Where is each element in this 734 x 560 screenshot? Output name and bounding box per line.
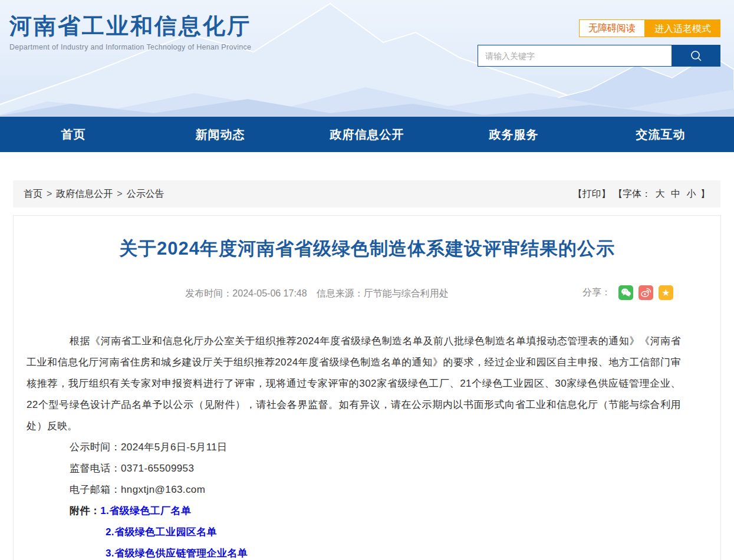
wechat-share-icon[interactable] (618, 285, 633, 300)
publicity-period: 公示时间：2024年5月6日-5月11日 (27, 437, 681, 458)
accessibility-button[interactable]: 无障碍阅读 (579, 19, 645, 37)
page-toolbar: 【打印】 【字体： 大 中 小 】 (573, 188, 710, 200)
breadcrumb-gov-info[interactable]: 政府信息公开 (56, 189, 113, 199)
attachment-label: 附件： (70, 505, 100, 516)
search-button[interactable] (672, 45, 720, 67)
search-input[interactable] (478, 45, 672, 67)
breadcrumb-separator: > (42, 189, 56, 199)
breadcrumb-separator: > (113, 189, 126, 199)
font-size-large-button[interactable]: 大 (654, 189, 667, 199)
print-button[interactable]: 【打印】 (573, 189, 611, 199)
article-meta-row: 发布时间：2024-05-06 17:48 信息来源：厅节能与综合利用处 分享： (14, 285, 720, 301)
nav-item-gov-info[interactable]: 政府信息公开 (294, 117, 440, 152)
breadcrumb: 首页>政府信息公开>公示公告 (24, 188, 164, 200)
elder-mode-button[interactable]: 进入适老模式 (645, 19, 720, 37)
font-size-medium-button[interactable]: 中 (669, 189, 682, 199)
nav-item-services[interactable]: 政务服务 (440, 117, 587, 152)
contact-email: 电子邮箱：hngxtjn@163.com (27, 479, 681, 500)
article-panel: 关于2024年度河南省省级绿色制造体系建设评审结果的公示 发布时间：2024-0… (13, 215, 721, 560)
qzone-star-share-icon[interactable]: ★ (659, 285, 673, 300)
breadcrumb-announcements[interactable]: 公示公告 (127, 189, 164, 199)
nav-item-news[interactable]: 新闻动态 (147, 117, 294, 152)
font-size-label-close: 】 (700, 189, 710, 199)
attachment-link-green-factories[interactable]: 1.省级绿色工厂名单 (100, 505, 191, 516)
search-bar (478, 45, 720, 67)
font-size-small-button[interactable]: 小 (685, 189, 698, 199)
nav-item-home[interactable]: 首页 (0, 117, 147, 152)
page-title: 关于2024年度河南省省级绿色制造体系建设评审结果的公示 (14, 236, 720, 262)
attachment-row: 2.省级绿色工业园区名单 (27, 522, 681, 543)
share-bar: 分享： ★ (582, 285, 673, 300)
article-body: 根据《河南省工业和信息化厅办公室关于组织推荐2024年度省级绿色制造名单及前八批… (14, 331, 720, 560)
attachment-row: 附件：1.省级绿色工厂名单 (27, 500, 681, 522)
font-size-label: 【字体： (613, 189, 651, 199)
publish-info: 发布时间：2024-05-06 17:48 信息来源：厅节能与综合利用处 (14, 285, 620, 301)
site-logo[interactable]: 河南省工业和信息化厅 Department of Industry and In… (9, 14, 251, 51)
main-nav: 首页 新闻动态 政府信息公开 政务服务 交流互动 (0, 117, 734, 152)
search-icon (690, 50, 703, 62)
header-quick-buttons: 无障碍阅读 进入适老模式 (579, 19, 720, 37)
breadcrumb-home[interactable]: 首页 (24, 189, 42, 199)
site-subtitle: Department of Industry and Information T… (9, 43, 251, 51)
weibo-share-icon[interactable] (638, 285, 653, 300)
site-title: 河南省工业和信息化厅 (9, 14, 251, 39)
share-label: 分享： (582, 286, 611, 299)
breadcrumb-bar: 首页>政府信息公开>公示公告 【打印】 【字体： 大 中 小 】 (13, 180, 720, 207)
supervision-phone: 监督电话：0371-65509953 (27, 458, 681, 479)
attachment-link-supply-chain[interactable]: 3.省级绿色供应链管理企业名单 (106, 548, 248, 559)
attachment-link-industrial-parks[interactable]: 2.省级绿色工业园区名单 (106, 526, 217, 538)
article-paragraph: 根据《河南省工业和信息化厅办公室关于组织推荐2024年度省级绿色制造名单及前八批… (27, 331, 681, 437)
site-header: 河南省工业和信息化厅 Department of Industry and In… (0, 0, 734, 117)
attachment-row: 3.省级绿色供应链管理企业名单 (27, 543, 681, 560)
nav-item-interaction[interactable]: 交流互动 (587, 117, 734, 152)
